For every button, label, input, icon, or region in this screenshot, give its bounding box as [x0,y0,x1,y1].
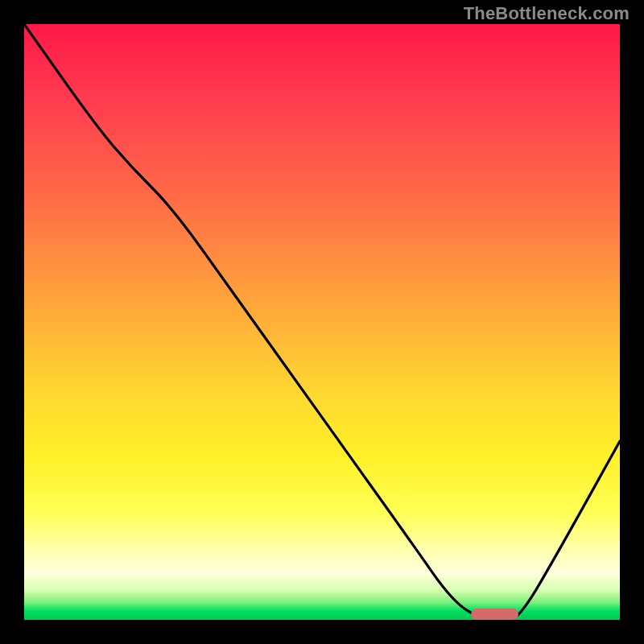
optimal-range-marker [471,609,518,620]
chart-container: TheBottleneck.com [0,0,644,644]
plot-background-gradient [24,24,620,620]
watermark-text: TheBottleneck.com [464,3,630,24]
